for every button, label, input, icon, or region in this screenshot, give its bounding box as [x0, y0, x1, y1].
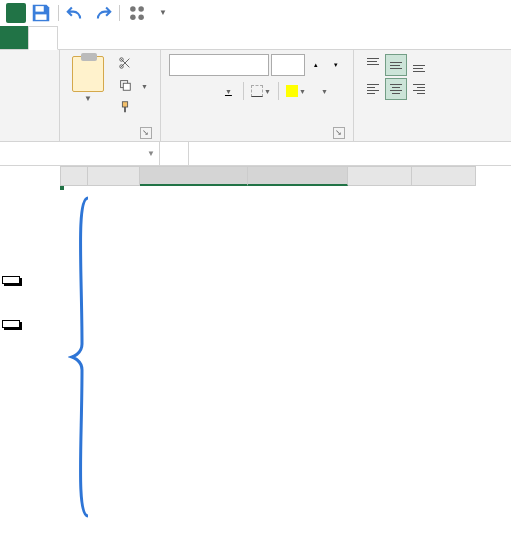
svg-rect-9 [123, 83, 130, 90]
format-painter-button[interactable] [114, 98, 152, 118]
tab-file[interactable] [0, 26, 28, 49]
redo-icon[interactable] [91, 2, 113, 24]
ribbon-group-alignment [354, 50, 438, 141]
fill-color-button[interactable]: ▼ [283, 80, 309, 102]
keyboard-shortcut [2, 276, 20, 328]
quick-access-toolbar: ▼ [0, 0, 511, 26]
col-header-C[interactable] [248, 166, 348, 186]
key-ctrl [2, 276, 20, 284]
name-box[interactable]: ▼ [60, 142, 160, 165]
cut-button[interactable] [114, 54, 152, 74]
excel-logo-icon [6, 3, 26, 23]
bold-button[interactable] [169, 80, 191, 102]
tab-formulas[interactable] [114, 26, 142, 49]
formula-input[interactable] [189, 142, 511, 165]
brace-annotation [68, 194, 92, 520]
col-header-D[interactable] [348, 166, 412, 186]
decrease-font-button[interactable]: ▾ [327, 54, 345, 76]
italic-button[interactable] [193, 80, 215, 102]
col-header-A[interactable] [88, 166, 140, 186]
increase-font-button[interactable]: ▴ [307, 54, 325, 76]
brush-icon [118, 100, 132, 116]
align-left-button[interactable] [362, 78, 384, 100]
align-middle-button[interactable] [385, 54, 407, 76]
ribbon-group-clipboard: ▼ ▼ ↘ [60, 50, 161, 141]
formula-bar: ▼ [0, 142, 511, 166]
svg-rect-0 [36, 6, 44, 12]
align-bottom-button[interactable] [408, 54, 430, 76]
fill-icon [286, 85, 298, 97]
copy-marquee [60, 186, 64, 190]
paste-icon [72, 56, 104, 92]
svg-point-3 [138, 6, 144, 12]
key-c [2, 320, 20, 328]
align-right-button[interactable] [408, 78, 430, 100]
svg-point-5 [138, 14, 144, 20]
select-all-corner[interactable] [60, 166, 88, 186]
scissors-icon [118, 56, 132, 72]
svg-rect-11 [124, 107, 126, 112]
copy-button[interactable]: ▼ [114, 76, 152, 96]
spreadsheet-grid[interactable] [60, 166, 476, 186]
tab-page-layout[interactable] [86, 26, 114, 49]
dialog-launcher-icon[interactable]: ↘ [333, 127, 345, 139]
touch-mode-icon[interactable] [126, 2, 148, 24]
copy-icon [118, 78, 132, 94]
clipboard-group-label: ↘ [68, 137, 152, 141]
tab-data[interactable] [142, 26, 170, 49]
tab-insert[interactable] [58, 26, 86, 49]
svg-rect-1 [36, 14, 47, 20]
align-top-button[interactable] [362, 54, 384, 76]
chevron-down-icon: ▼ [141, 83, 148, 90]
col-header-E[interactable] [412, 166, 476, 186]
align-center-button[interactable] [385, 78, 407, 100]
dialog-launcher-icon[interactable]: ↘ [140, 127, 152, 139]
borders-button[interactable]: ▼ [248, 80, 274, 102]
underline-button[interactable]: ▼ [217, 80, 239, 102]
paste-button[interactable]: ▼ [68, 54, 108, 137]
svg-point-4 [130, 14, 136, 20]
tab-home[interactable] [28, 26, 58, 50]
ribbon-tabs [0, 26, 511, 50]
font-color-button[interactable]: ▼ [311, 80, 337, 102]
svg-rect-10 [122, 102, 127, 107]
font-group-label: ↘ [169, 137, 345, 141]
font-name-input[interactable] [169, 54, 269, 76]
col-header-B[interactable] [140, 166, 248, 186]
undo-icon[interactable] [65, 2, 87, 24]
chevron-down-icon[interactable]: ▼ [147, 149, 155, 158]
font-size-input[interactable] [271, 54, 305, 76]
ribbon-group-font: ▴ ▾ ▼ ▼ ▼ ▼ ↘ [161, 50, 354, 141]
save-icon[interactable] [30, 2, 52, 24]
svg-point-2 [130, 6, 136, 12]
qat-customize-icon[interactable]: ▼ [152, 2, 174, 24]
chevron-down-icon: ▼ [84, 94, 92, 103]
ribbon: ▼ ▼ ↘ [0, 50, 511, 142]
border-icon [251, 85, 263, 97]
